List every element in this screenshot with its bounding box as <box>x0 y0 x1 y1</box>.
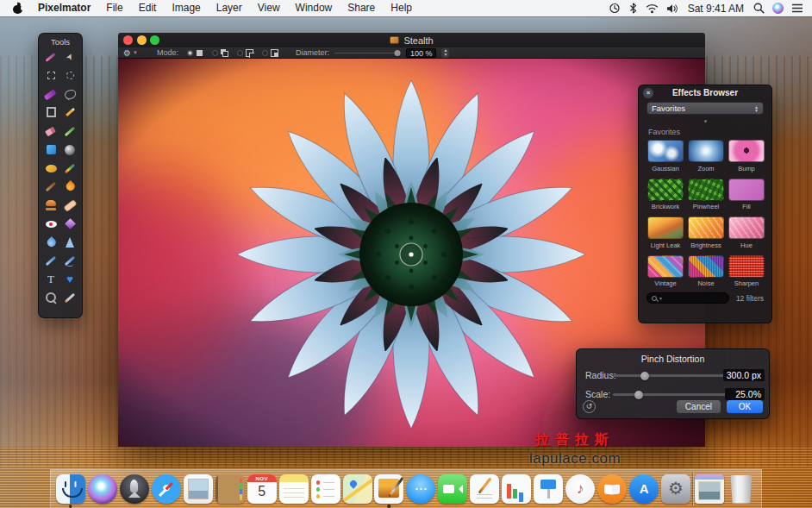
effect-pinwheel[interactable]: Pinwheel <box>688 179 724 211</box>
tool-gem[interactable] <box>60 217 79 232</box>
dock-keynote[interactable] <box>533 471 564 508</box>
spotlight-search-icon[interactable] <box>753 0 765 16</box>
siri-icon[interactable] <box>772 0 784 16</box>
reset-button[interactable]: ↺ <box>583 400 596 413</box>
tool-rect-marquee[interactable] <box>41 69 60 84</box>
dock-messages[interactable] <box>405 471 436 508</box>
scale-slider[interactable] <box>613 393 727 396</box>
tool-pencil[interactable] <box>60 106 79 121</box>
effect-vintage[interactable]: Vintage <box>647 255 684 288</box>
messages-icon[interactable] <box>406 474 435 504</box>
dock-siri[interactable] <box>87 471 118 508</box>
launchpad-icon[interactable] <box>120 474 149 504</box>
numbers-icon[interactable] <box>502 474 531 504</box>
mode-option-intersect[interactable] <box>262 49 278 57</box>
dock-facetime[interactable] <box>437 471 468 508</box>
menu-layer[interactable]: Layer <box>209 0 250 16</box>
menu-image[interactable]: Image <box>164 0 208 16</box>
mode-subtract-radio[interactable] <box>237 50 243 56</box>
tool-quick-select[interactable] <box>41 87 60 102</box>
scale-value[interactable]: 25.0% <box>725 388 765 400</box>
ok-button[interactable]: OK <box>727 400 763 413</box>
dock-contacts[interactable] <box>215 471 246 508</box>
menu-clock[interactable]: Sat 9:41 AM <box>686 3 746 15</box>
radius-slider[interactable] <box>613 374 727 377</box>
downloads-icon[interactable] <box>695 474 724 504</box>
dock-pages[interactable] <box>469 471 500 508</box>
diameter-stepper[interactable]: ▲▼ <box>441 48 449 58</box>
dock-numbers[interactable] <box>501 471 532 508</box>
pinwheel-thumbnail[interactable] <box>688 179 724 201</box>
zoom-thumbnail[interactable] <box>688 140 724 162</box>
effects-search-input[interactable]: ▼ <box>646 292 729 304</box>
effect-hue[interactable]: Hue <box>728 216 765 249</box>
vintage-thumbnail[interactable] <box>647 255 684 278</box>
fill-thumbnail[interactable] <box>728 179 765 201</box>
menu-edit[interactable]: Edit <box>131 0 165 16</box>
tool-eyedropper[interactable] <box>60 292 79 306</box>
diameter-slider[interactable] <box>334 49 401 57</box>
menu-pixelmator[interactable]: Pixelmator <box>30 0 98 16</box>
tool-shape[interactable] <box>60 273 79 287</box>
appstore-icon[interactable] <box>629 474 659 504</box>
dock-safari[interactable] <box>151 471 182 508</box>
tool-brush[interactable] <box>60 161 79 176</box>
menu-help[interactable]: Help <box>383 0 420 16</box>
finder-icon[interactable] <box>56 474 85 504</box>
brickwork-thumbnail[interactable] <box>647 179 684 201</box>
tool-move[interactable] <box>41 50 60 65</box>
tool-blur[interactable] <box>41 235 60 250</box>
dock-launchpad[interactable] <box>119 471 150 508</box>
tool-slice[interactable] <box>60 124 79 139</box>
tool-smudge[interactable] <box>41 180 60 195</box>
tool-paint-bucket[interactable] <box>41 143 60 158</box>
siri-icon[interactable] <box>88 474 117 504</box>
keynote-icon[interactable] <box>534 474 563 504</box>
effect-brickwork[interactable]: Brickwork <box>647 179 684 211</box>
effect-gaussian[interactable]: Gaussian <box>647 140 684 172</box>
tool-red-eye[interactable] <box>41 217 60 232</box>
tool-burn[interactable] <box>60 180 79 195</box>
radius-value[interactable]: 300.0 px <box>723 369 765 381</box>
effect-brightness[interactable]: Brightness <box>688 216 724 249</box>
tool-sharpen[interactable] <box>60 235 79 250</box>
mode-option-new[interactable] <box>187 49 203 57</box>
diameter-slider-knob[interactable] <box>395 50 401 56</box>
sharpen-thumbnail[interactable] <box>728 255 765 278</box>
effect-sharpen[interactable]: Sharpen <box>728 255 765 288</box>
dock-trash[interactable] <box>726 471 757 508</box>
hue-thumbnail[interactable] <box>728 216 765 239</box>
notes-icon[interactable] <box>279 474 309 504</box>
time-machine-icon[interactable] <box>609 0 621 16</box>
gaussian-thumbnail[interactable] <box>647 140 684 162</box>
preview-icon[interactable] <box>374 474 403 504</box>
document-proxy-icon[interactable] <box>390 36 399 44</box>
maps-icon[interactable] <box>343 474 372 504</box>
notification-center-icon[interactable] <box>791 0 803 16</box>
mail-icon[interactable] <box>184 474 213 504</box>
tool-ellipse-marquee[interactable] <box>60 69 79 84</box>
cancel-button[interactable]: Cancel <box>677 400 721 413</box>
system-preferences-icon[interactable] <box>661 474 690 504</box>
tool-sponge[interactable] <box>41 161 60 176</box>
itunes-icon[interactable] <box>565 474 595 504</box>
brightness-thumbnail[interactable] <box>688 216 724 239</box>
effect-noise[interactable]: Noise <box>688 255 724 288</box>
window-titlebar[interactable]: Stealth <box>118 33 705 47</box>
bump-thumbnail[interactable] <box>728 140 765 162</box>
tool-select-cursor[interactable] <box>60 50 79 65</box>
dock-downloads[interactable] <box>694 471 725 508</box>
ibooks-icon[interactable] <box>597 474 627 504</box>
dock-calendar[interactable]: NOV5 <box>247 471 278 508</box>
tool-eraser[interactable] <box>41 124 60 139</box>
apple-menu-icon[interactable] <box>12 3 23 14</box>
dock-system-preferences[interactable] <box>660 471 691 508</box>
noise-thumbnail[interactable] <box>688 255 724 278</box>
dock-maps[interactable] <box>342 471 373 508</box>
effect-fill[interactable]: Fill <box>728 179 765 211</box>
effects-close-icon[interactable]: × <box>643 88 653 98</box>
menu-window[interactable]: Window <box>288 0 340 16</box>
tool-stamp[interactable] <box>41 198 60 213</box>
dock-appstore[interactable] <box>628 471 659 508</box>
facetime-icon[interactable] <box>438 474 467 504</box>
